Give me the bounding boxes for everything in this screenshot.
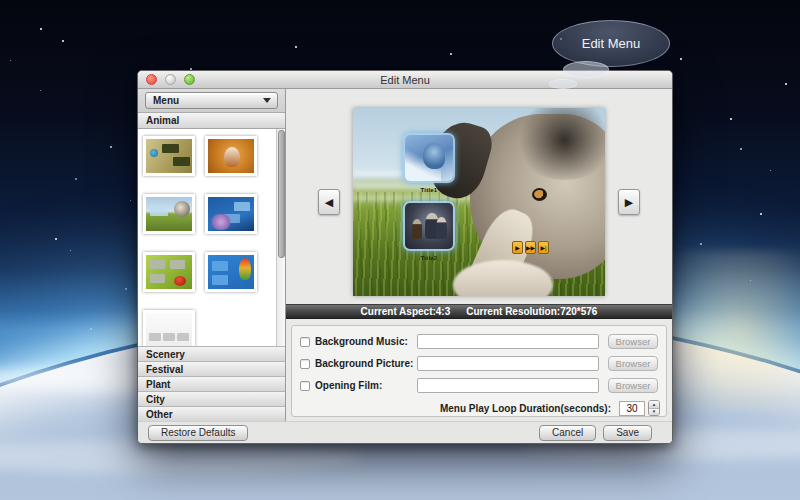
- thumbnail-grid: [143, 136, 261, 346]
- template-thumbnail-parrot[interactable]: [205, 252, 257, 292]
- category-city[interactable]: City: [138, 391, 285, 406]
- arrow-right-icon: ▶: [625, 196, 633, 209]
- main-panel: ◀ Title1: [286, 89, 672, 421]
- opening-film-label: Opening Film:: [315, 380, 417, 391]
- template-sidebar: Menu Animal: [138, 89, 286, 421]
- category-label: Festival: [146, 364, 183, 375]
- callout-tail: [549, 79, 577, 89]
- template-list: [138, 129, 285, 346]
- background-music-browser-button[interactable]: Browser: [608, 334, 658, 349]
- opening-film-row: Opening Film: Browser: [300, 378, 660, 393]
- edit-menu-callout: Edit Menu: [552, 20, 670, 67]
- category-festival[interactable]: Festival: [138, 361, 285, 376]
- fast-forward-icon[interactable]: ▶▶: [525, 241, 536, 254]
- footer-bar: Restore Defaults Cancel Save: [138, 421, 672, 443]
- template-thumbnail-plain-frames[interactable]: [143, 310, 195, 346]
- background-picture-label: Background Picture:: [315, 358, 417, 369]
- settings-groupbox: Background Music: Browser Background Pic…: [291, 325, 667, 417]
- template-thumbnail-dog-field[interactable]: [143, 194, 195, 234]
- settings-region: Background Music: Browser Background Pic…: [286, 319, 672, 421]
- category-scenery[interactable]: Scenery: [138, 346, 285, 361]
- category-label: City: [146, 394, 165, 405]
- background-picture-input[interactable]: [417, 356, 599, 371]
- scrollbar-track[interactable]: [276, 129, 285, 346]
- loop-duration-row: Menu Play Loop Duration(seconds): ▲ ▼: [300, 400, 660, 416]
- loop-duration-stepper: ▲ ▼: [648, 400, 660, 416]
- cancel-button[interactable]: Cancel: [539, 425, 596, 441]
- background-picture-browser-button[interactable]: Browser: [608, 356, 658, 371]
- callout-label: Edit Menu: [582, 36, 641, 51]
- opening-film-checkbox[interactable]: [300, 381, 310, 391]
- category-animal[interactable]: Animal: [138, 113, 285, 129]
- stars: [40, 28, 42, 30]
- menu-item-title2-label: Title2: [403, 255, 455, 261]
- dropdown-value: Menu: [153, 95, 263, 106]
- menu-item-title1-thumbnail[interactable]: [403, 133, 455, 183]
- background-music-checkbox[interactable]: [300, 337, 310, 347]
- chevron-down-icon: [263, 98, 271, 103]
- category-label: Plant: [146, 379, 170, 390]
- background-picture-row: Background Picture: Browser: [300, 356, 660, 371]
- status-bar: Current Aspect:4:3 Current Resolution:72…: [286, 304, 672, 319]
- dropdown-area: Menu: [138, 89, 285, 113]
- save-button[interactable]: Save: [603, 425, 652, 441]
- category-label: Other: [146, 409, 173, 420]
- category-label: Scenery: [146, 349, 185, 360]
- stepper-down-icon[interactable]: ▼: [649, 409, 659, 416]
- background-music-label: Background Music:: [315, 336, 417, 347]
- menu-item-title1-label: Title1: [403, 187, 455, 193]
- background-music-row: Background Music: Browser: [300, 334, 660, 349]
- current-resolution: Current Resolution:720*576: [466, 306, 597, 317]
- template-thumbnail-bird-meadow[interactable]: [143, 136, 195, 176]
- menu-preview-area: ◀ Title1: [286, 89, 672, 304]
- next-template-button[interactable]: ▶: [618, 189, 640, 215]
- stepper-up-icon[interactable]: ▲: [649, 401, 659, 409]
- opening-film-input[interactable]: [417, 378, 599, 393]
- background-music-input[interactable]: [417, 334, 599, 349]
- template-thumbnail-fox[interactable]: [205, 136, 257, 176]
- arrow-left-icon: ◀: [325, 196, 333, 209]
- previous-template-button[interactable]: ◀: [318, 189, 340, 215]
- restore-defaults-button[interactable]: Restore Defaults: [148, 425, 248, 441]
- template-thumbnail-ladybug[interactable]: [143, 252, 195, 292]
- template-thumbnail-coral-reef[interactable]: [205, 194, 257, 234]
- dog-eye: [532, 188, 547, 201]
- loop-duration-label: Menu Play Loop Duration(seconds):: [440, 403, 611, 414]
- loop-duration-input[interactable]: [619, 401, 645, 416]
- category-other[interactable]: Other: [138, 406, 285, 421]
- play-icon[interactable]: ▶: [512, 241, 523, 254]
- stars-small: [10, 60, 11, 61]
- skip-end-icon[interactable]: ▶|: [538, 241, 549, 254]
- window-content: Menu Animal: [138, 89, 672, 421]
- menu-item-title2-thumbnail[interactable]: [403, 201, 455, 251]
- opening-film-browser-button[interactable]: Browser: [608, 378, 658, 393]
- menu-preview-image: Title1 Title2 ▶ ▶▶ ▶|: [353, 108, 605, 296]
- menu-type-dropdown[interactable]: Menu: [145, 92, 278, 109]
- current-aspect: Current Aspect:4:3: [361, 306, 451, 317]
- callout-tail: [563, 61, 609, 78]
- edit-menu-window: Edit Menu Menu Animal: [137, 70, 673, 444]
- category-label: Animal: [146, 115, 179, 126]
- background-picture-checkbox[interactable]: [300, 359, 310, 369]
- category-plant[interactable]: Plant: [138, 376, 285, 391]
- scrollbar-thumb[interactable]: [278, 130, 285, 258]
- playback-button-strip: ▶ ▶▶ ▶|: [512, 241, 549, 254]
